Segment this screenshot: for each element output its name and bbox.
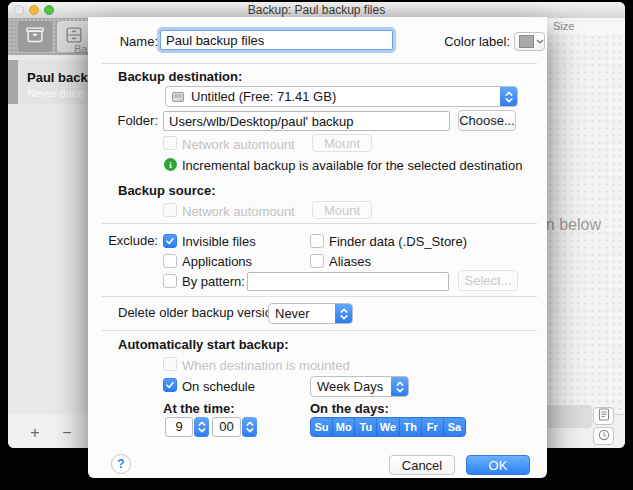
selection-accent [8, 60, 18, 104]
backup-item-status: Never done [27, 87, 92, 99]
choose-button[interactable]: Choose... [458, 110, 516, 131]
updown-arrows-icon [335, 304, 352, 323]
delete-versions-label: Delete older backup versions: [118, 305, 289, 320]
on-schedule-checkbox[interactable] [163, 378, 177, 392]
exclude-invisible-checkbox[interactable] [163, 234, 177, 248]
on-schedule-label: On schedule [182, 379, 255, 394]
days-segmented-control: Su Mo Tu We Th Fr Sa [310, 417, 466, 437]
toolbar-partial-label: Ba [74, 43, 87, 55]
pattern-input[interactable] [247, 272, 449, 291]
time-label: At the time: [163, 401, 235, 416]
cancel-button[interactable]: Cancel [389, 455, 455, 475]
mount-source-button[interactable]: Mount [312, 201, 372, 219]
auto-start-label: Automatically start backup: [118, 337, 289, 352]
schedule-value: Week Days [311, 379, 391, 394]
folder-input[interactable] [163, 111, 450, 131]
clock-icon [598, 427, 610, 445]
color-label-dropdown[interactable] [514, 32, 545, 51]
disk-icon [171, 90, 185, 104]
tab-backups[interactable] [18, 21, 52, 52]
when-mounted-checkbox[interactable] [163, 357, 177, 371]
color-label: Color label: [418, 34, 510, 49]
exclude-by-pattern-checkbox[interactable] [163, 274, 177, 288]
ok-button[interactable]: OK [466, 455, 530, 475]
size-column-label: Size [553, 20, 574, 32]
source-label: Backup source: [118, 183, 216, 198]
network-automount-destination-label: Network automount [182, 137, 295, 152]
separator [102, 223, 537, 224]
minute-stepper[interactable] [242, 417, 257, 437]
day-sunday[interactable]: Su [311, 418, 333, 436]
mount-destination-button[interactable]: Mount [312, 134, 372, 152]
day-tuesday[interactable]: Tu [355, 418, 377, 436]
hour-stepper[interactable] [194, 417, 209, 437]
separator [102, 63, 537, 64]
updown-arrows-icon [391, 377, 408, 396]
check-icon [165, 380, 175, 390]
day-wednesday[interactable]: We [377, 418, 399, 436]
exclude-invisible-label: Invisible files [182, 234, 256, 249]
day-friday[interactable]: Fr [422, 418, 444, 436]
color-swatch [519, 35, 534, 48]
exclude-aliases-label: Aliases [329, 254, 371, 269]
folder-label: Folder: [88, 113, 158, 128]
name-label: Name: [88, 34, 158, 49]
day-saturday[interactable]: Sa [444, 418, 465, 436]
document-icon [598, 407, 610, 425]
backup-list-sidebar: Paul backup files Never done [8, 55, 92, 415]
schedule-select[interactable]: Week Days [310, 376, 409, 397]
network-automount-source-label: Network automount [182, 204, 295, 219]
select-pattern-button[interactable]: Select... [458, 270, 518, 291]
exclude-label: Exclude: [88, 233, 158, 248]
updown-arrows-icon [500, 87, 517, 106]
network-automount-source-checkbox[interactable] [163, 203, 177, 217]
backup-item-name: Paul backup files [27, 70, 92, 85]
destination-select[interactable]: Untitled (Free: 71.41 GB) [165, 86, 518, 107]
minute-field[interactable]: 00 [212, 417, 241, 437]
days-label: On the days: [310, 401, 389, 416]
log-button[interactable] [593, 407, 614, 425]
exclude-applications-label: Applications [182, 254, 252, 269]
backup-list-item[interactable]: Paul backup files Never done [8, 60, 92, 104]
exclude-applications-checkbox[interactable] [163, 254, 177, 268]
destination-label: Backup destination: [118, 69, 242, 84]
exclude-by-pattern-label: By pattern: [182, 274, 245, 289]
schedule-history-button[interactable] [593, 427, 614, 445]
left-toolbar: Ba [8, 18, 92, 55]
archive-box-icon [24, 24, 46, 50]
network-automount-destination-checkbox[interactable] [163, 136, 177, 150]
window-title: Backup: Paul backup files [8, 3, 625, 17]
exclude-aliases-checkbox[interactable] [310, 254, 324, 268]
exclude-finder-data-checkbox[interactable] [310, 234, 324, 248]
destination-value: Untitled (Free: 71.41 GB) [185, 89, 500, 104]
backup-settings-dialog: Name: Color label: Backup destination: U… [88, 17, 547, 478]
remove-button[interactable]: − [56, 424, 78, 442]
chevron-down-icon [536, 39, 544, 44]
incremental-info-text: Incremental backup is available for the … [182, 158, 522, 173]
day-monday[interactable]: Mo [333, 418, 355, 436]
separator [102, 296, 537, 297]
when-mounted-label: When destination is mounted [182, 358, 350, 373]
add-button[interactable]: + [24, 424, 46, 442]
help-button[interactable]: ? [111, 454, 131, 474]
separator [102, 330, 537, 331]
delete-versions-value: Never [269, 306, 335, 321]
day-thursday[interactable]: Th [400, 418, 422, 436]
delete-versions-select[interactable]: Never [268, 303, 353, 324]
hour-field[interactable]: 9 [165, 417, 193, 437]
name-input[interactable] [160, 30, 393, 50]
exclude-finder-data-label: Finder data (.DS_Store) [329, 234, 467, 249]
check-icon [165, 236, 175, 246]
info-icon: i [164, 158, 177, 171]
